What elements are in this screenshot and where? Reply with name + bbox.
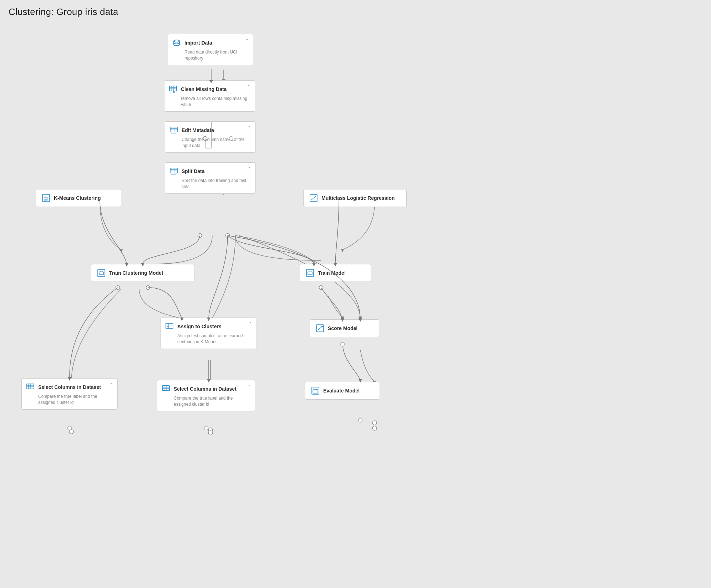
kmeans-title: K-Means Clustering: [54, 195, 101, 201]
svg-point-96: [68, 426, 72, 430]
train-clustering-model-node[interactable]: Train Clustering Model: [91, 264, 194, 282]
score-model-icon: [315, 323, 325, 333]
select-cols-left-title: Select Columns in Dataset: [38, 384, 101, 390]
select-cols-mid-title: Select Columns in Dataset: [174, 386, 237, 392]
score-model-title: Score Model: [328, 325, 357, 331]
split-data-node[interactable]: Split Data ⌃ Split the data into trainin…: [165, 162, 256, 194]
import-data-chevron[interactable]: ⌃: [245, 38, 249, 43]
svg-rect-45: [98, 269, 105, 277]
multiclass-title: Multiclass Logistic Regression: [321, 195, 395, 201]
assign-to-clusters-node[interactable]: Assign to Clusters ⌃ Assign test samples…: [161, 318, 257, 349]
train-model-icon: [305, 268, 315, 278]
clean-missing-data-chevron[interactable]: ⌃: [247, 84, 250, 89]
svg-rect-50: [308, 272, 312, 275]
assign-clusters-icon: [164, 321, 174, 331]
svg-text:▤: ▤: [44, 196, 48, 201]
select-cols-left-icon: [25, 382, 35, 392]
svg-rect-59: [27, 384, 34, 389]
multiclass-logistic-node[interactable]: Multiclass Logistic Regression: [303, 189, 407, 207]
split-data-desc: Split the data into training and test se…: [182, 178, 251, 190]
assign-clusters-desc: Assign test samples to the learned centr…: [177, 333, 249, 345]
svg-rect-64: [162, 386, 169, 391]
clean-data-icon: [168, 84, 178, 94]
svg-point-19: [208, 431, 213, 435]
database-icon: [172, 38, 182, 48]
evaluate-model-title: Evaluate Model: [323, 388, 360, 394]
svg-line-44: [311, 196, 316, 200]
edit-metadata-desc: Change the column names of the input dat…: [182, 137, 251, 149]
svg-point-80: [226, 234, 230, 238]
clean-missing-data-desc: remove all rows containing missing value: [181, 96, 250, 108]
import-data-desc: Read data directly from UCI repository: [184, 49, 249, 61]
svg-point-18: [208, 428, 213, 432]
evaluate-model-node[interactable]: Evaluate Model: [305, 382, 380, 400]
svg-point-97: [204, 426, 208, 430]
svg-line-57: [318, 326, 322, 330]
svg-point-98: [359, 419, 362, 422]
svg-point-20: [69, 430, 73, 434]
split-data-chevron[interactable]: ⌃: [248, 166, 251, 171]
kmeans-icon: ▤: [41, 193, 51, 203]
assign-clusters-title: Assign to Clusters: [177, 324, 222, 329]
kmeans-clustering-node[interactable]: ▤ K-Means Clustering: [36, 189, 121, 207]
svg-marker-9: [341, 249, 344, 252]
svg-point-79: [198, 234, 202, 238]
select-columns-middle-node[interactable]: Select Columns in Dataset ⌃ Compare the …: [157, 380, 255, 411]
split-data-title: Split Data: [182, 168, 205, 174]
svg-point-83: [116, 286, 120, 290]
edit-metadata-chevron[interactable]: ⌃: [248, 125, 251, 130]
clean-missing-data-node[interactable]: Clean Missing Data ⌃ remove all rows con…: [164, 80, 255, 112]
svg-point-58: [321, 326, 323, 327]
svg-rect-46: [99, 272, 103, 275]
multiclass-icon: [309, 193, 319, 203]
svg-point-22: [372, 426, 377, 430]
import-data-title: Import Data: [184, 40, 212, 46]
page-title: Clustering: Group iris data: [9, 6, 118, 17]
edit-metadata-title: Edit Metadata: [182, 127, 214, 133]
svg-rect-24: [169, 86, 177, 91]
svg-point-21: [372, 421, 377, 425]
select-cols-left-desc: Compare the true label and the assigned …: [38, 394, 110, 406]
evaluate-model-icon: [310, 386, 320, 396]
svg-rect-37: [170, 168, 177, 173]
svg-rect-29: [170, 127, 177, 132]
svg-point-99: [341, 343, 345, 346]
svg-point-23: [174, 40, 179, 42]
svg-point-84: [146, 286, 150, 290]
train-model-title: Train Model: [318, 270, 346, 276]
select-columns-left-node[interactable]: Select Columns in Dataset ⌃ Compare the …: [21, 378, 118, 410]
svg-point-89: [319, 286, 323, 290]
select-cols-mid-desc: Compare the true label and the assigned …: [174, 395, 245, 407]
score-model-node[interactable]: Score Model: [310, 319, 379, 337]
split-data-icon: [169, 166, 179, 176]
svg-marker-8: [120, 249, 123, 252]
train-clustering-icon: [96, 268, 106, 278]
select-cols-left-chevron[interactable]: ⌃: [110, 382, 113, 387]
train-model-node[interactable]: Train Model: [300, 264, 371, 282]
svg-rect-49: [306, 269, 314, 277]
clean-missing-data-title: Clean Missing Data: [181, 86, 227, 92]
select-cols-mid-chevron[interactable]: ⌃: [247, 384, 250, 389]
edit-metadata-icon: [169, 125, 179, 135]
train-clustering-title: Train Clustering Model: [109, 270, 163, 276]
select-cols-mid-icon: [161, 384, 171, 394]
assign-clusters-chevron[interactable]: ⌃: [249, 321, 252, 326]
svg-rect-70: [313, 390, 318, 393]
import-data-node[interactable]: Import Data ⌃ Read data directly from UC…: [168, 34, 253, 65]
edit-metadata-node[interactable]: Edit Metadata ⌃ Change the column names …: [165, 121, 256, 153]
